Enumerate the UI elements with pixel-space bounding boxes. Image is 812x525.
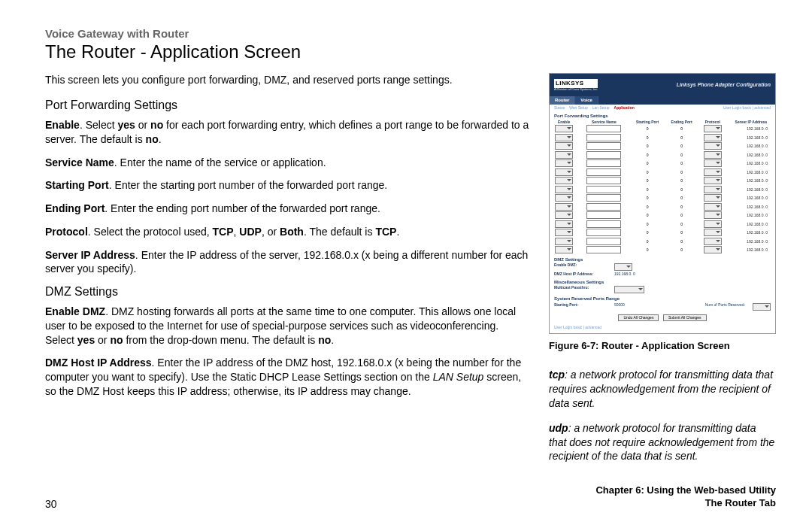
- protocol-dropdown[interactable]: [704, 159, 722, 167]
- shot-pf-heading: Port Forwarding Settings: [550, 111, 775, 120]
- table-row: 00192.168.0. 0: [550, 211, 775, 220]
- table-row: 00192.168.0. 0: [550, 134, 775, 143]
- shot-srpr-num-dd[interactable]: [753, 303, 771, 311]
- service-input[interactable]: [586, 142, 621, 150]
- col-protocol: Protocol: [698, 120, 727, 126]
- service-input[interactable]: [586, 238, 621, 245]
- pf-start: Starting Port. Enter the starting port n…: [45, 178, 529, 193]
- page-heading: The Router - Application Screen: [45, 41, 776, 62]
- protocol-dropdown[interactable]: [704, 125, 722, 132]
- figure-caption: Figure 6-7: Router - Application Screen: [549, 340, 776, 351]
- subnav-status[interactable]: Status: [554, 106, 565, 111]
- shot-foot-left[interactable]: User Login basic | advanced: [554, 326, 601, 330]
- enable-dropdown[interactable]: [555, 177, 573, 184]
- start-value: 0: [630, 125, 665, 134]
- enable-dropdown[interactable]: [555, 134, 573, 141]
- enable-dropdown[interactable]: [555, 186, 573, 193]
- shot-dmz-host-value: 192.168.0. 0: [614, 272, 635, 277]
- enable-dropdown[interactable]: [555, 238, 573, 245]
- service-input[interactable]: [586, 159, 621, 167]
- enable-dropdown[interactable]: [555, 142, 573, 150]
- enable-dropdown[interactable]: [555, 125, 573, 132]
- end-value: 0: [665, 229, 698, 238]
- subnav-right[interactable]: User Login basic | advanced: [723, 106, 771, 111]
- start-value: 0: [630, 177, 665, 186]
- enable-dropdown[interactable]: [555, 229, 573, 236]
- service-input[interactable]: [586, 203, 621, 211]
- enable-dropdown[interactable]: [555, 203, 573, 211]
- table-row: 00192.168.0. 0: [550, 238, 775, 247]
- gloss-tcp-text: : a network protocol for transmitting da…: [549, 369, 773, 409]
- start-value: 0: [630, 134, 665, 143]
- protocol-dropdown[interactable]: [704, 220, 722, 228]
- ip-value: 192.168.0. 0: [727, 159, 775, 168]
- protocol-dropdown[interactable]: [704, 203, 722, 211]
- enable-dropdown[interactable]: [555, 159, 573, 167]
- table-row: 00192.168.0. 0: [550, 186, 775, 195]
- table-row: 00192.168.0. 0: [550, 194, 775, 203]
- end-value: 0: [665, 211, 698, 220]
- end-value: 0: [665, 177, 698, 186]
- service-input[interactable]: [586, 168, 621, 176]
- glossary-tcp: tcp: a network protocol for transmitting…: [549, 368, 776, 411]
- undo-button[interactable]: Undo All Changes: [618, 314, 659, 322]
- service-input[interactable]: [586, 220, 621, 228]
- end-value: 0: [665, 186, 698, 195]
- start-value: 0: [630, 229, 665, 238]
- service-input[interactable]: [586, 194, 621, 202]
- service-input[interactable]: [586, 229, 621, 236]
- subnav-application[interactable]: Application: [614, 106, 635, 111]
- shot-dmz-enable-dd[interactable]: [614, 263, 632, 271]
- protocol-dropdown[interactable]: [704, 142, 722, 150]
- enable-dropdown[interactable]: [555, 151, 573, 159]
- ip-value: 192.168.0. 0: [727, 211, 775, 220]
- pf-ip: Server IP Address. Enter the IP address …: [45, 248, 529, 277]
- tab-router[interactable]: Router: [550, 96, 575, 105]
- protocol-dropdown[interactable]: [704, 229, 722, 236]
- service-input[interactable]: [586, 186, 621, 193]
- enable-dropdown[interactable]: [555, 194, 573, 202]
- enable-dropdown[interactable]: [555, 220, 573, 228]
- start-value: 0: [630, 186, 665, 195]
- subnav-lan[interactable]: Lan Setup: [592, 106, 610, 111]
- ip-value: 192.168.0. 0: [727, 177, 775, 186]
- table-row: 00192.168.0. 0: [550, 220, 775, 229]
- glossary-udp: udp: a network protocol for transmitting…: [549, 421, 776, 464]
- protocol-dropdown[interactable]: [704, 246, 722, 253]
- table-row: 00192.168.0. 0: [550, 177, 775, 186]
- tab-voice[interactable]: Voice: [575, 96, 598, 105]
- protocol-dropdown[interactable]: [704, 194, 722, 202]
- service-input[interactable]: [586, 151, 621, 159]
- enable-dropdown[interactable]: [555, 168, 573, 176]
- service-input[interactable]: [586, 125, 621, 132]
- shot-srpr-num-label: Num of Ports Reserved:: [705, 303, 745, 311]
- ip-value: 192.168.0. 0: [727, 238, 775, 247]
- dmz-host: DMZ Host IP Address. Enter the IP addres…: [45, 356, 529, 398]
- end-value: 0: [665, 220, 698, 229]
- pf-service-label: Service Name: [45, 156, 114, 168]
- service-input[interactable]: [586, 211, 621, 219]
- ip-value: 192.168.0. 0: [727, 125, 775, 134]
- protocol-dropdown[interactable]: [704, 186, 722, 193]
- table-row: 00192.168.0. 0: [550, 151, 775, 160]
- enable-dropdown[interactable]: [555, 211, 573, 219]
- start-value: 0: [630, 151, 665, 160]
- service-input[interactable]: [586, 246, 621, 253]
- service-input[interactable]: [586, 134, 621, 141]
- protocol-dropdown[interactable]: [704, 211, 722, 219]
- shot-title: Linksys Phone Adapter Configuration: [677, 82, 771, 88]
- protocol-dropdown[interactable]: [704, 134, 722, 141]
- shot-misc-dd[interactable]: [614, 286, 644, 293]
- subnav-wan[interactable]: Wan Setup: [569, 106, 588, 111]
- protocol-dropdown[interactable]: [704, 168, 722, 176]
- service-input[interactable]: [586, 177, 621, 184]
- protocol-dropdown[interactable]: [704, 238, 722, 245]
- protocol-dropdown[interactable]: [704, 177, 722, 184]
- ip-value: 192.168.0. 0: [727, 134, 775, 143]
- shot-misc-row: Multicast Passthru:: [550, 285, 775, 294]
- submit-button[interactable]: Submit All Changes: [663, 314, 707, 322]
- enable-dropdown[interactable]: [555, 246, 573, 253]
- linksys-subtitle: A Division of Cisco Systems, Inc.: [554, 88, 598, 91]
- protocol-dropdown[interactable]: [704, 151, 722, 159]
- dmz-enable: Enable DMZ. DMZ hosting forwards all por…: [45, 305, 529, 347]
